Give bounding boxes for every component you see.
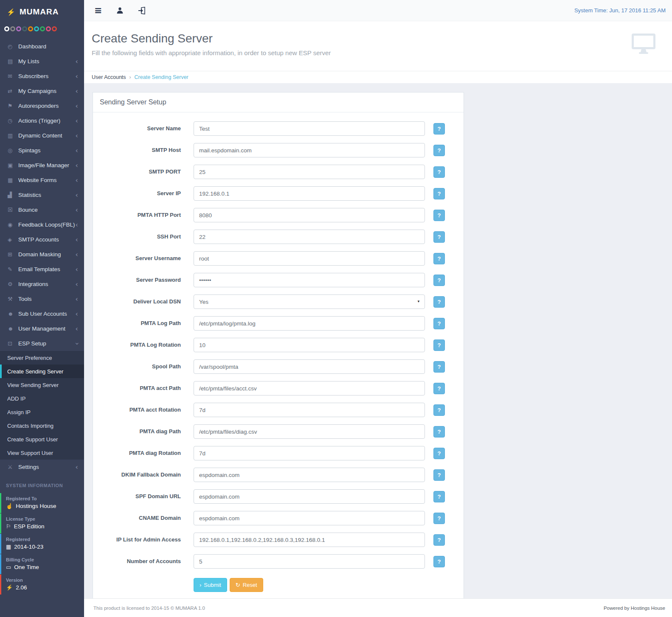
field-input-wrap: ▼	[194, 403, 425, 417]
help-button[interactable]: ?	[433, 491, 445, 502]
help-button[interactable]: ?	[433, 534, 445, 546]
help-button[interactable]: ?	[433, 253, 445, 264]
sidebar-item-my-campaigns[interactable]: ⇄ My Campaigns ‹	[0, 84, 84, 98]
sidebar-item-actions-trigger[interactable]: ◷ Actions (Trigger) ‹	[0, 113, 84, 128]
theme-color-circle[interactable]	[34, 26, 39, 31]
field-input[interactable]	[194, 121, 425, 136]
reset-refresh-icon: ↻	[236, 582, 240, 588]
sidebar-item-spintags[interactable]: ◎ Spintags ‹	[0, 143, 84, 158]
help-button[interactable]: ?	[433, 469, 445, 481]
sidebar-item-autoresponders[interactable]: ⚑ Autoresponders ‹	[0, 98, 84, 113]
sidebar-item-esp-setup[interactable]: ⊡ ESP Setup ‹	[0, 336, 84, 351]
chevron-icon: ‹	[76, 103, 78, 109]
sidebar-item-create-sending-server[interactable]: Create Sending Server ‹	[0, 365, 84, 378]
help-button[interactable]: ?	[433, 123, 445, 135]
user-icon[interactable]	[116, 7, 124, 14]
field-input[interactable]	[194, 424, 425, 439]
chevron-icon: ‹	[76, 132, 78, 139]
help-button[interactable]: ?	[433, 513, 445, 524]
hamburger-menu-icon[interactable]: ≡	[94, 6, 102, 15]
sidebar-item-dashboard[interactable]: ◴ Dashboard ‹	[0, 39, 84, 54]
help-button[interactable]: ?	[433, 426, 445, 438]
help-button[interactable]: ?	[433, 339, 445, 351]
theme-color-circle[interactable]	[10, 26, 15, 31]
sidebar-item-subscribers[interactable]: ✉ Subscribers ‹	[0, 69, 84, 84]
field-input[interactable]	[194, 208, 425, 222]
help-button[interactable]: ?	[433, 318, 445, 329]
sidebar-item-icon: ⚙	[8, 281, 18, 287]
sidebar-item-email-templates[interactable]: ✎ Email Templates ‹	[0, 262, 84, 277]
help-button[interactable]: ?	[433, 448, 445, 459]
field-input[interactable]	[194, 316, 425, 331]
field-input[interactable]	[194, 489, 425, 504]
field-input[interactable]	[194, 338, 425, 352]
help-button[interactable]: ?	[433, 404, 445, 416]
sidebar-item-sub-user-accounts[interactable]: ☻ Sub User Accounts ‹	[0, 306, 84, 321]
sidebar-item-user-management[interactable]: ☻ User Management ‹	[0, 321, 84, 336]
sidebar-item-assign-ip[interactable]: Assign IP ‹	[0, 405, 84, 419]
breadcrumb-current-link[interactable]: Create Sending Server	[135, 74, 188, 80]
help-button[interactable]: ?	[433, 231, 445, 243]
field-input[interactable]	[194, 381, 425, 395]
page-title: Create Sending Server	[92, 32, 672, 45]
field-input[interactable]	[194, 403, 425, 417]
help-button[interactable]: ?	[433, 210, 445, 221]
sidebar-item-contacts-importing[interactable]: Contacts Importing ‹	[0, 419, 84, 432]
theme-color-circle[interactable]	[22, 26, 27, 31]
sidebar-item-view-support-user[interactable]: View Support User ‹	[0, 446, 84, 460]
theme-color-circle[interactable]	[40, 26, 45, 31]
sidebar-item-server-preference[interactable]: Server Preference ‹	[0, 351, 84, 365]
reset-button[interactable]: ↻ Reset	[230, 578, 263, 592]
sidebar-item-smtp-accounts[interactable]: ◈ SMTP Accounts ‹	[0, 232, 84, 247]
field-input[interactable]	[194, 165, 425, 179]
sidebar-item-statistics[interactable]: ▟ Statistics ‹	[0, 188, 84, 202]
sidebar-item-create-support-user[interactable]: Create Support User ‹	[0, 432, 84, 446]
theme-color-circle[interactable]	[52, 26, 57, 31]
help-button[interactable]: ?	[433, 556, 445, 567]
help-button[interactable]: ?	[433, 275, 445, 286]
sidebar-item-integrations[interactable]: ⚙ Integrations ‹	[0, 277, 84, 292]
sidebar-item-feedback-loops-fbl[interactable]: ◉ Feedback Loops(FBL) ‹	[0, 217, 84, 232]
brand-logo[interactable]: ⚡ MUMARA	[0, 0, 84, 24]
breadcrumb-parent-link[interactable]: User Accounts	[92, 74, 126, 80]
help-button[interactable]: ?	[433, 188, 445, 199]
chevron-icon: ‹	[76, 222, 78, 228]
sidebar-item-add-ip[interactable]: ADD IP ‹	[0, 392, 84, 405]
sidebar-item-bounce[interactable]: ☒ Bounce ‹	[0, 202, 84, 217]
field-input[interactable]	[194, 294, 425, 309]
field-input[interactable]	[194, 273, 425, 287]
sidebar-item-label: Image/File Manager	[18, 162, 76, 168]
theme-color-circle[interactable]	[4, 26, 9, 31]
logout-icon[interactable]	[138, 7, 146, 14]
breadcrumb-separator: ›	[129, 74, 131, 80]
sidebar-item-domain-masking[interactable]: ⊞ Domain Masking ‹	[0, 247, 84, 262]
sidebar-item-label: Autoresponders	[18, 103, 76, 109]
field-input[interactable]	[194, 230, 425, 244]
field-input[interactable]	[194, 554, 425, 569]
help-button[interactable]: ?	[433, 383, 445, 394]
theme-color-circle[interactable]	[46, 26, 51, 31]
sidebar-item-image-file-manager[interactable]: ▣ Image/File Manager ‹	[0, 158, 84, 173]
sidebar-item-website-forms[interactable]: ▦ Website Forms ‹	[0, 173, 84, 188]
help-button[interactable]: ?	[433, 296, 445, 308]
help-button[interactable]: ?	[433, 361, 445, 373]
field-input[interactable]	[194, 446, 425, 460]
field-input[interactable]	[194, 186, 425, 201]
sidebar-item-tools[interactable]: ⚒ Tools ‹	[0, 292, 84, 306]
theme-color-circle[interactable]	[16, 26, 21, 31]
help-button[interactable]: ?	[433, 166, 445, 178]
field-input[interactable]	[194, 143, 425, 157]
sidebar-item-settings[interactable]: ⚔ Settings ‹	[0, 460, 84, 474]
submit-button[interactable]: › Submit	[194, 578, 227, 592]
help-button[interactable]: ?	[433, 145, 445, 156]
sidebar-item-my-lists[interactable]: ▤ My Lists ‹	[0, 54, 84, 69]
field-input[interactable]	[194, 359, 425, 374]
field-input[interactable]	[194, 511, 425, 525]
theme-color-circle[interactable]	[28, 26, 33, 31]
field-input[interactable]	[194, 251, 425, 266]
field-input[interactable]	[194, 468, 425, 482]
sidebar-item-view-sending-server[interactable]: View Sending Server ‹	[0, 378, 84, 392]
field-input-wrap: ▼	[194, 381, 425, 395]
sidebar-item-dynamic-content[interactable]: ▥ Dynamic Content ‹	[0, 128, 84, 143]
field-input[interactable]	[194, 533, 425, 547]
